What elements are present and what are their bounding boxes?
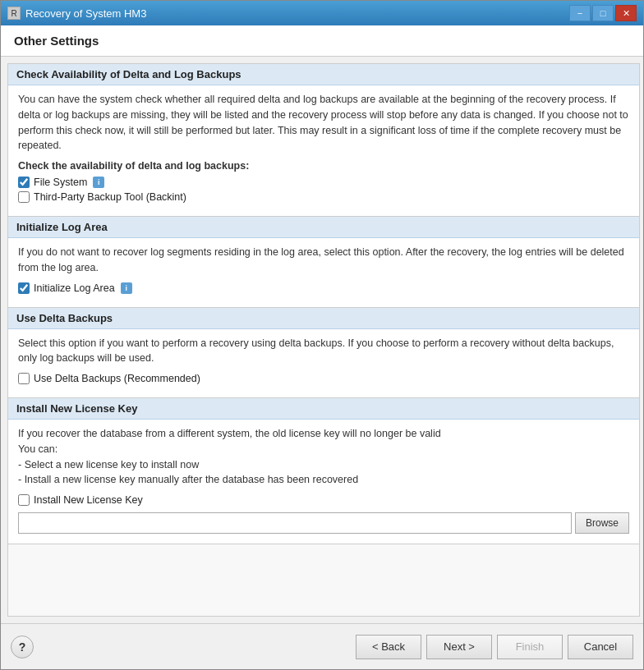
title-bar: R Recovery of System HM3 − □ ✕ — [1, 1, 643, 25]
restore-button[interactable]: □ — [592, 5, 614, 21]
section-init-log: Initialize Log Area If you do not want t… — [8, 217, 639, 308]
delta-label[interactable]: Use Delta Backups (Recommended) — [34, 373, 200, 384]
section-delta-backups-header: Use Delta Backups — [8, 308, 639, 329]
section-delta-log-desc: You can have the system check whether al… — [18, 92, 629, 154]
section-delta-log-body: You can have the system check whether al… — [8, 85, 639, 216]
filesystem-info-icon: i — [93, 177, 104, 188]
license-key-input[interactable] — [18, 512, 572, 534]
thirdparty-label[interactable]: Third-Party Backup Tool (Backint) — [34, 191, 186, 203]
filesystem-row: File System i — [18, 177, 629, 188]
minimize-button[interactable]: − — [569, 5, 591, 21]
filesystem-label[interactable]: File System — [34, 177, 87, 188]
window-icon: R — [7, 7, 21, 20]
section-license-key-body: If you recover the database from a diffe… — [8, 420, 639, 544]
section-delta-backups-desc: Select this option if you want to perfor… — [18, 336, 629, 367]
page-header: Other Settings — [1, 25, 643, 57]
title-bar-left: R Recovery of System HM3 — [7, 7, 146, 20]
thirdparty-row: Third-Party Backup Tool (Backint) — [18, 191, 629, 203]
page-title: Other Settings — [14, 34, 630, 48]
initlog-checkbox[interactable] — [18, 282, 30, 294]
license-input-row: Browse — [18, 512, 629, 534]
check-availability-label: Check the availability of delta and log … — [18, 160, 629, 172]
section-license-key-header: Install New License Key — [8, 398, 639, 420]
main-window: R Recovery of System HM3 − □ ✕ Other Set… — [0, 0, 644, 670]
next-button[interactable]: Next > — [426, 635, 492, 659]
footer: ? < Back Next > Finish Cancel — [1, 623, 643, 669]
section-delta-backups: Use Delta Backups Select this option if … — [8, 308, 639, 399]
browse-button[interactable]: Browse — [575, 512, 629, 534]
license-label[interactable]: Install New License Key — [34, 494, 143, 506]
section-license-key: Install New License Key If you recover t… — [8, 398, 639, 544]
delta-checkbox[interactable] — [18, 373, 30, 384]
finish-button[interactable]: Finish — [497, 635, 563, 659]
section-init-log-body: If you do not want to recover log segmen… — [8, 238, 639, 307]
initlog-row: Initialize Log Area i — [18, 282, 629, 294]
section-delta-log: Check Availability of Delta and Log Back… — [8, 64, 639, 217]
cancel-button[interactable]: Cancel — [568, 635, 633, 659]
section-init-log-desc: If you do not want to recover log segmen… — [18, 245, 629, 276]
section-delta-log-header: Check Availability of Delta and Log Back… — [8, 64, 639, 85]
title-bar-controls: − □ ✕ — [569, 5, 637, 21]
initlog-label[interactable]: Initialize Log Area — [34, 282, 115, 294]
main-content: Check Availability of Delta and Log Back… — [1, 57, 643, 623]
license-row: Install New License Key — [18, 494, 629, 506]
filesystem-checkbox[interactable] — [18, 177, 30, 188]
scroll-panel[interactable]: Check Availability of Delta and Log Back… — [7, 63, 640, 617]
license-desc-line1: If you recover the database from a diffe… — [18, 426, 629, 488]
section-init-log-header: Initialize Log Area — [8, 217, 639, 238]
close-button[interactable]: ✕ — [615, 5, 637, 21]
thirdparty-checkbox[interactable] — [18, 191, 30, 203]
footer-buttons: < Back Next > Finish Cancel — [356, 635, 633, 659]
window-title: Recovery of System HM3 — [25, 7, 146, 20]
back-button[interactable]: < Back — [356, 635, 421, 659]
section-delta-backups-body: Select this option if you want to perfor… — [8, 329, 639, 398]
help-button[interactable]: ? — [11, 636, 34, 659]
license-checkbox[interactable] — [18, 494, 30, 506]
initlog-info-icon: i — [121, 282, 132, 294]
delta-row: Use Delta Backups (Recommended) — [18, 373, 629, 384]
